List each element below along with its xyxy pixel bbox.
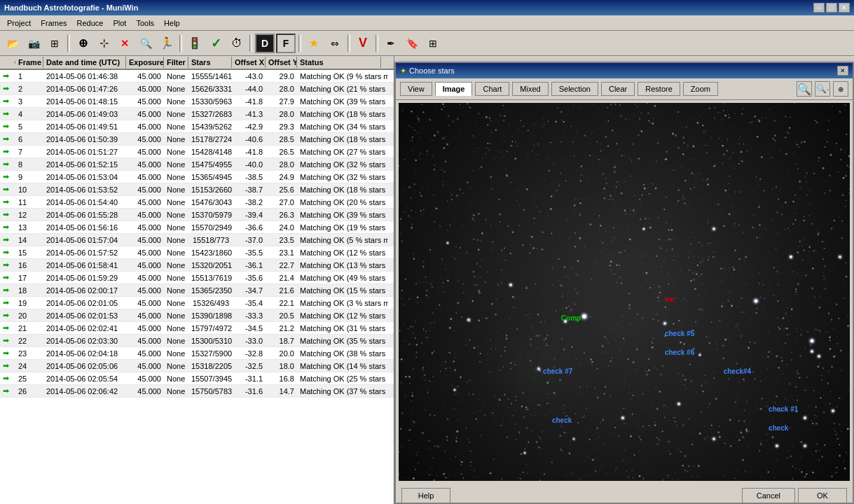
ok-button[interactable]: OK: [798, 488, 847, 503]
row-exposure: 45.000: [126, 311, 164, 321]
toolbar-v[interactable]: V: [353, 34, 373, 53]
col-offsetx[interactable]: Offset X: [232, 57, 266, 68]
toolbar-camera[interactable]: 📷: [24, 34, 43, 53]
menu-reduce[interactable]: Reduce: [73, 18, 108, 29]
toolbar-star[interactable]: ★: [304, 34, 324, 53]
table-row[interactable]: ➡ 25 2014-05-06 02:05:54 45.000 None 155…: [0, 372, 394, 385]
help-button[interactable]: Help: [401, 488, 450, 503]
toolbar-d[interactable]: D: [255, 34, 275, 53]
toolbar-traffic[interactable]: 🚦: [185, 34, 205, 53]
table-row[interactable]: ➡ 26 2014-05-06 02:06:42 45.000 None 157…: [0, 385, 394, 398]
table-row[interactable]: ➡ 19 2014-05-06 02:01:05 45.000 None 153…: [0, 297, 394, 309]
col-frame[interactable]: Frame #: [15, 57, 43, 68]
col-status[interactable]: Status: [297, 57, 381, 68]
row-offsety: 25.6: [266, 185, 297, 195]
row-icon: ➡: [0, 83, 15, 94]
table-row[interactable]: ➡ 18 2014-05-06 02:00:17 45.000 None 153…: [0, 284, 394, 297]
toolbar-f[interactable]: F: [276, 34, 296, 53]
tab-zoom[interactable]: Zoom: [683, 82, 718, 96]
table-row[interactable]: ➡ 22 2014-05-06 02:03:30 45.000 None 153…: [0, 335, 394, 347]
row-icon: ➡: [0, 71, 15, 81]
table-row[interactable]: ➡ 1 2014-05-06 01:46:38 45.000 None 1555…: [0, 70, 394, 83]
table-row[interactable]: ➡ 20 2014-05-06 02:01:53 45.000 None 153…: [0, 309, 394, 322]
menu-plot[interactable]: Plot: [109, 18, 130, 29]
table-row[interactable]: ➡ 21 2014-05-06 02:02:41 45.000 None 157…: [0, 322, 394, 335]
minimize-button[interactable]: ─: [813, 3, 825, 13]
col-datetime[interactable]: Date and time (UTC): [43, 57, 126, 68]
tab-chart[interactable]: Chart: [475, 82, 509, 96]
toolbar-grid[interactable]: ⊞: [45, 34, 64, 53]
row-offsety: 14.7: [266, 386, 297, 396]
table-row[interactable]: ➡ 14 2014-05-06 01:57:04 45.000 None 155…: [0, 234, 394, 246]
toolbar-table[interactable]: ⊞: [423, 34, 443, 53]
toolbar-run[interactable]: 🏃: [157, 34, 177, 53]
zoom-out-button[interactable]: 🔍-: [815, 81, 830, 97]
row-datetime: 2014-05-06 02:05:06: [43, 361, 126, 371]
col-exposure[interactable]: Exposure: [126, 57, 164, 68]
toolbar-open[interactable]: 📂: [3, 34, 22, 53]
toolbar-tag[interactable]: 🔖: [402, 34, 422, 53]
tab-mixed[interactable]: Mixed: [512, 82, 548, 96]
table-row[interactable]: ➡ 7 2014-05-06 01:51:27 45.000 None 1542…: [0, 146, 394, 158]
table-row[interactable]: ➡ 3 2014-05-06 01:48:15 45.000 None 1533…: [0, 95, 394, 108]
row-exposure: 45.000: [126, 109, 164, 119]
table-row[interactable]: ➡ 10 2014-05-06 01:53:52 45.000 None 151…: [0, 183, 394, 196]
table-row[interactable]: ➡ 11 2014-05-06 01:54:40 45.000 None 154…: [0, 196, 394, 209]
table-row[interactable]: ➡ 12 2014-05-06 01:55:28 45.000 None 153…: [0, 209, 394, 221]
table-row[interactable]: ➡ 15 2014-05-06 01:57:52 45.000 None 154…: [0, 246, 394, 259]
toolbar-clock[interactable]: ⏱: [227, 34, 247, 53]
toolbar-delete[interactable]: ✕: [115, 34, 135, 53]
zoom-fit-button[interactable]: ⊕: [833, 81, 848, 97]
row-exposure: 45.000: [126, 97, 164, 106]
title-bar: Handbuch Astrofotografie - MuniWin ─ □ ✕: [0, 0, 854, 15]
row-offsety: 22.1: [266, 298, 297, 308]
table-row[interactable]: ➡ 13 2014-05-06 01:56:16 45.000 None 155…: [0, 221, 394, 234]
table-row[interactable]: ➡ 5 2014-05-06 01:49:51 45.000 None 1543…: [0, 120, 394, 133]
toolbar-search[interactable]: 🔍: [136, 34, 156, 53]
tab-selection[interactable]: Selection: [551, 82, 598, 96]
row-exposure: 45.000: [126, 349, 164, 358]
tab-clear[interactable]: Clear: [601, 82, 635, 96]
table-row[interactable]: ➡ 9 2014-05-06 01:53:04 45.000 None 1536…: [0, 171, 394, 183]
toolbar-arrows[interactable]: ⇔: [325, 34, 345, 53]
row-offsetx: -38.2: [232, 197, 266, 207]
menu-tools[interactable]: Tools: [132, 18, 158, 29]
row-status: Matching OK (18 % stars m: [297, 109, 388, 119]
toolbar-feather[interactable]: ✒: [381, 34, 401, 53]
row-stars: 15439/5262: [188, 122, 232, 132]
table-row[interactable]: ➡ 2 2014-05-06 01:47:26 45.000 None 1562…: [0, 83, 394, 95]
row-icon: ➡: [0, 285, 15, 295]
row-stars: 15300/5310: [188, 336, 232, 346]
tab-view[interactable]: View: [400, 82, 432, 96]
menu-project[interactable]: Project: [3, 18, 35, 29]
row-status: Matching OK (19 % stars m: [297, 223, 388, 232]
table-row[interactable]: ➡ 23 2014-05-06 02:04:18 45.000 None 153…: [0, 347, 394, 360]
row-frame: 9: [15, 172, 43, 182]
col-stars[interactable]: Stars: [188, 57, 232, 68]
row-frame: 15: [15, 248, 43, 258]
toolbar-move[interactable]: ⊹: [94, 34, 113, 53]
toolbar-check[interactable]: ✓: [206, 34, 226, 53]
toolbar-add[interactable]: ⊕: [73, 34, 92, 53]
close-button[interactable]: ✕: [839, 3, 850, 13]
cancel-button[interactable]: Cancel: [742, 488, 795, 503]
tab-restore[interactable]: Restore: [638, 82, 680, 96]
table-row[interactable]: ➡ 16 2014-05-06 01:58:41 45.000 None 153…: [0, 259, 394, 272]
menu-help[interactable]: Help: [160, 18, 184, 29]
row-offsety: 27.0: [266, 197, 297, 207]
row-status: Matching OK (18 % stars m: [297, 134, 388, 144]
table-row[interactable]: ➡ 6 2014-05-06 01:50:39 45.000 None 1517…: [0, 133, 394, 146]
table-row[interactable]: ➡ 4 2014-05-06 01:49:03 45.000 None 1532…: [0, 108, 394, 120]
maximize-button[interactable]: □: [826, 3, 837, 13]
menu-frames[interactable]: Frames: [36, 18, 71, 29]
row-frame: 6: [15, 134, 43, 144]
table-row[interactable]: ➡ 17 2014-05-06 01:59:29 45.000 None 155…: [0, 272, 394, 284]
table-row[interactable]: ➡ 8 2014-05-06 01:52:15 45.000 None 1547…: [0, 158, 394, 171]
col-filter[interactable]: Filter: [164, 57, 188, 68]
zoom-in-button[interactable]: 🔍: [797, 81, 812, 97]
col-offsety[interactable]: Offset Y: [266, 57, 297, 68]
table-row[interactable]: ➡ 24 2014-05-06 02:05:06 45.000 None 153…: [0, 360, 394, 372]
tab-image[interactable]: Image: [435, 82, 473, 96]
row-icon: ➡: [0, 108, 15, 119]
dialog-close-button[interactable]: ✕: [837, 66, 848, 76]
